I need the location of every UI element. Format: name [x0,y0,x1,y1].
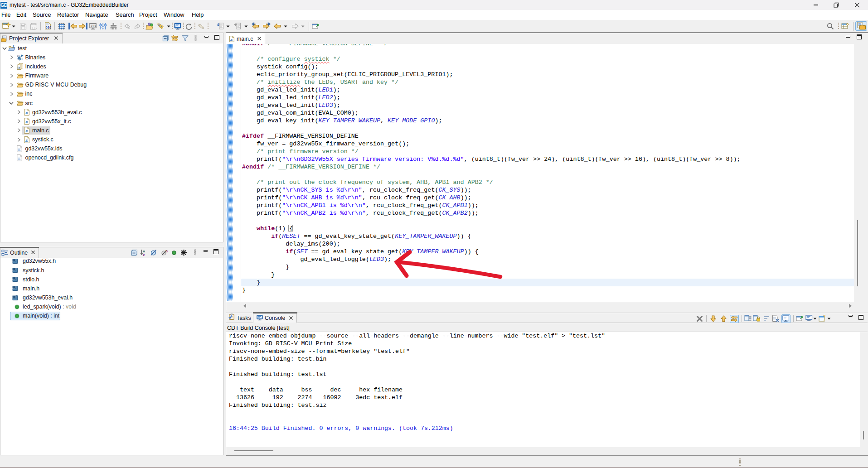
svg-text:C: C [13,45,15,48]
svg-text:.c: .c [24,120,28,124]
svg-text:.c: .c [24,129,28,134]
svg-text:</>: </> [91,24,97,28]
svg-text:.c: .c [230,38,233,42]
svg-text:010: 010 [46,25,51,29]
svg-text:.c: .c [24,111,28,115]
svg-text:.c: .c [24,138,28,143]
svg-text:h: h [18,67,19,69]
svg-text:z: z [143,253,145,256]
